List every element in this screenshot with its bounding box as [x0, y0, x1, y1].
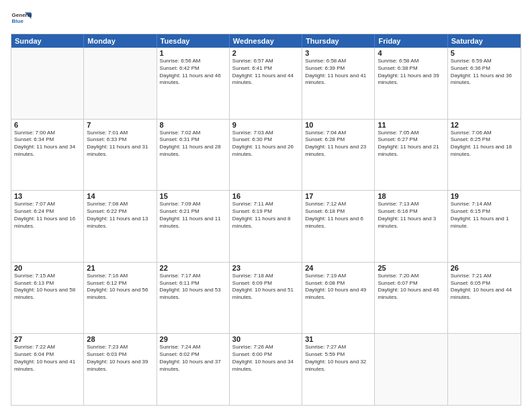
cell-info: Sunrise: 7:05 AM Sunset: 6:27 PM Dayligh…	[378, 130, 444, 158]
day-number: 19	[451, 192, 518, 200]
cell-info: Sunrise: 6:57 AM Sunset: 6:41 PM Dayligh…	[232, 58, 299, 87]
day-header-saturday: Saturday	[448, 34, 521, 48]
cell-info: Sunrise: 6:56 AM Sunset: 6:42 PM Dayligh…	[160, 58, 226, 87]
calendar-row-2: 13Sunrise: 7:07 AM Sunset: 6:24 PM Dayli…	[11, 190, 521, 262]
logo: General Blue	[11, 8, 32, 30]
cell-info: Sunrise: 7:01 AM Sunset: 6:33 PM Dayligh…	[87, 130, 153, 158]
day-number: 30	[232, 335, 299, 343]
calendar-cell-empty	[11, 48, 84, 119]
cell-info: Sunrise: 7:24 AM Sunset: 6:02 PM Dayligh…	[160, 344, 226, 373]
cell-info: Sunrise: 7:07 AM Sunset: 6:24 PM Dayligh…	[14, 201, 81, 230]
calendar-cell-12: 12Sunrise: 7:06 AM Sunset: 6:25 PM Dayli…	[448, 120, 521, 191]
cell-info: Sunrise: 7:18 AM Sunset: 6:09 PM Dayligh…	[232, 273, 299, 302]
day-number: 31	[305, 335, 371, 343]
calendar-cell-4: 4Sunrise: 6:58 AM Sunset: 6:38 PM Daylig…	[375, 48, 447, 119]
day-number: 3	[305, 49, 371, 57]
calendar-cell-2: 2Sunrise: 6:57 AM Sunset: 6:41 PM Daylig…	[230, 48, 302, 119]
day-number: 5	[451, 49, 518, 57]
cell-info: Sunrise: 7:04 AM Sunset: 6:28 PM Dayligh…	[305, 130, 371, 158]
cell-info: Sunrise: 7:03 AM Sunset: 6:30 PM Dayligh…	[232, 130, 299, 158]
calendar-cell-13: 13Sunrise: 7:07 AM Sunset: 6:24 PM Dayli…	[11, 191, 84, 262]
calendar-header: SundayMondayTuesdayWednesdayThursdayFrid…	[11, 34, 521, 48]
calendar-cell-27: 27Sunrise: 7:22 AM Sunset: 6:04 PM Dayli…	[11, 334, 84, 405]
day-number: 9	[232, 121, 299, 129]
calendar-cell-empty	[375, 334, 447, 405]
calendar: SundayMondayTuesdayWednesdayThursdayFrid…	[11, 34, 521, 406]
day-number: 4	[378, 49, 444, 57]
calendar-cell-19: 19Sunrise: 7:14 AM Sunset: 6:15 PM Dayli…	[448, 191, 521, 262]
cell-info: Sunrise: 7:23 AM Sunset: 6:03 PM Dayligh…	[87, 344, 153, 373]
day-header-wednesday: Wednesday	[230, 34, 302, 48]
day-number: 15	[160, 192, 226, 200]
calendar-row-3: 20Sunrise: 7:15 AM Sunset: 6:13 PM Dayli…	[11, 262, 521, 334]
calendar-cell-20: 20Sunrise: 7:15 AM Sunset: 6:13 PM Dayli…	[11, 263, 84, 334]
cell-info: Sunrise: 7:08 AM Sunset: 6:22 PM Dayligh…	[87, 201, 153, 230]
cell-info: Sunrise: 7:14 AM Sunset: 6:15 PM Dayligh…	[451, 201, 518, 230]
day-number: 18	[378, 192, 444, 200]
day-number: 14	[87, 192, 153, 200]
day-number: 20	[14, 264, 81, 272]
day-number: 10	[305, 121, 371, 129]
calendar-cell-26: 26Sunrise: 7:21 AM Sunset: 6:05 PM Dayli…	[448, 263, 521, 334]
calendar-cell-24: 24Sunrise: 7:19 AM Sunset: 6:08 PM Dayli…	[302, 263, 375, 334]
calendar-cell-15: 15Sunrise: 7:09 AM Sunset: 6:21 PM Dayli…	[157, 191, 230, 262]
calendar-cell-empty	[84, 48, 157, 119]
cell-info: Sunrise: 7:22 AM Sunset: 6:04 PM Dayligh…	[14, 344, 81, 373]
day-number: 12	[451, 121, 518, 129]
calendar-cell-3: 3Sunrise: 6:58 AM Sunset: 6:39 PM Daylig…	[302, 48, 375, 119]
day-header-monday: Monday	[84, 34, 157, 48]
day-number: 27	[14, 335, 81, 343]
calendar-cell-29: 29Sunrise: 7:24 AM Sunset: 6:02 PM Dayli…	[157, 334, 230, 405]
day-number: 23	[232, 264, 299, 272]
calendar-cell-22: 22Sunrise: 7:17 AM Sunset: 6:11 PM Dayli…	[157, 263, 230, 334]
calendar-cell-28: 28Sunrise: 7:23 AM Sunset: 6:03 PM Dayli…	[84, 334, 157, 405]
day-number: 11	[378, 121, 444, 129]
day-header-friday: Friday	[375, 34, 447, 48]
cell-info: Sunrise: 6:58 AM Sunset: 6:38 PM Dayligh…	[378, 58, 444, 87]
day-number: 22	[160, 264, 226, 272]
day-number: 24	[305, 264, 371, 272]
calendar-cell-14: 14Sunrise: 7:08 AM Sunset: 6:22 PM Dayli…	[84, 191, 157, 262]
day-number: 21	[87, 264, 153, 272]
cell-info: Sunrise: 7:12 AM Sunset: 6:18 PM Dayligh…	[305, 201, 371, 230]
calendar-cell-31: 31Sunrise: 7:27 AM Sunset: 5:59 PM Dayli…	[302, 334, 375, 405]
calendar-cell-7: 7Sunrise: 7:01 AM Sunset: 6:33 PM Daylig…	[84, 120, 157, 191]
day-number: 17	[305, 192, 371, 200]
day-number: 2	[232, 49, 299, 57]
svg-text:General: General	[12, 12, 32, 18]
cell-info: Sunrise: 7:00 AM Sunset: 6:34 PM Dayligh…	[14, 130, 81, 158]
calendar-cell-21: 21Sunrise: 7:16 AM Sunset: 6:12 PM Dayli…	[84, 263, 157, 334]
cell-info: Sunrise: 7:16 AM Sunset: 6:12 PM Dayligh…	[87, 273, 153, 302]
day-number: 8	[160, 121, 226, 129]
calendar-cell-9: 9Sunrise: 7:03 AM Sunset: 6:30 PM Daylig…	[230, 120, 302, 191]
cell-info: Sunrise: 7:06 AM Sunset: 6:25 PM Dayligh…	[451, 130, 518, 158]
day-number: 7	[87, 121, 153, 129]
calendar-cell-23: 23Sunrise: 7:18 AM Sunset: 6:09 PM Dayli…	[230, 263, 302, 334]
calendar-cell-25: 25Sunrise: 7:20 AM Sunset: 6:07 PM Dayli…	[375, 263, 447, 334]
day-number: 13	[14, 192, 81, 200]
cell-info: Sunrise: 7:20 AM Sunset: 6:07 PM Dayligh…	[378, 273, 444, 302]
day-number: 25	[378, 264, 444, 272]
calendar-cell-5: 5Sunrise: 6:59 AM Sunset: 6:36 PM Daylig…	[448, 48, 521, 119]
header: General Blue	[11, 8, 521, 30]
day-number: 26	[451, 264, 518, 272]
calendar-cell-10: 10Sunrise: 7:04 AM Sunset: 6:28 PM Dayli…	[302, 120, 375, 191]
calendar-cell-1: 1Sunrise: 6:56 AM Sunset: 6:42 PM Daylig…	[157, 48, 230, 119]
cell-info: Sunrise: 7:15 AM Sunset: 6:13 PM Dayligh…	[14, 273, 81, 302]
cell-info: Sunrise: 7:27 AM Sunset: 5:59 PM Dayligh…	[305, 344, 371, 373]
calendar-cell-18: 18Sunrise: 7:13 AM Sunset: 6:16 PM Dayli…	[375, 191, 447, 262]
calendar-cell-16: 16Sunrise: 7:11 AM Sunset: 6:19 PM Dayli…	[230, 191, 302, 262]
calendar-body: 1Sunrise: 6:56 AM Sunset: 6:42 PM Daylig…	[11, 48, 521, 405]
calendar-cell-11: 11Sunrise: 7:05 AM Sunset: 6:27 PM Dayli…	[375, 120, 447, 191]
calendar-row-0: 1Sunrise: 6:56 AM Sunset: 6:42 PM Daylig…	[11, 48, 521, 119]
svg-text:Blue: Blue	[12, 18, 24, 24]
calendar-cell-30: 30Sunrise: 7:26 AM Sunset: 6:00 PM Dayli…	[230, 334, 302, 405]
day-header-tuesday: Tuesday	[157, 34, 230, 48]
day-number: 16	[232, 192, 299, 200]
day-header-sunday: Sunday	[11, 34, 84, 48]
calendar-row-4: 27Sunrise: 7:22 AM Sunset: 6:04 PM Dayli…	[11, 333, 521, 405]
cell-info: Sunrise: 6:58 AM Sunset: 6:39 PM Dayligh…	[305, 58, 371, 87]
cell-info: Sunrise: 7:09 AM Sunset: 6:21 PM Dayligh…	[160, 201, 226, 230]
calendar-cell-17: 17Sunrise: 7:12 AM Sunset: 6:18 PM Dayli…	[302, 191, 375, 262]
cell-info: Sunrise: 7:02 AM Sunset: 6:31 PM Dayligh…	[160, 130, 226, 158]
